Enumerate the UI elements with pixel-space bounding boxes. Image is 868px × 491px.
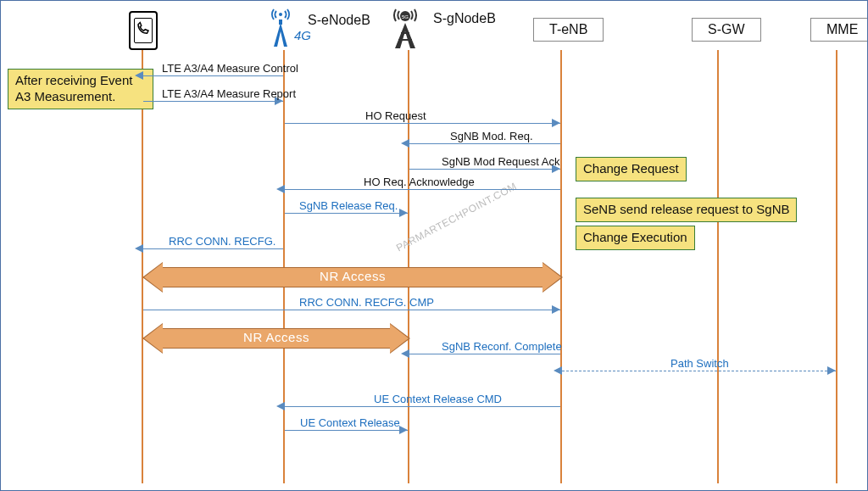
arrowhead-m13 — [399, 426, 408, 434]
msg-m4: SgNB Mod. Req. — [450, 130, 533, 142]
arrow-m6 — [285, 189, 560, 190]
senb-sublabel: 4G — [294, 28, 311, 42]
msg-m11: Path Switch — [670, 357, 729, 370]
arrowhead-m9 — [552, 305, 560, 314]
arrowhead-m8 — [135, 244, 143, 253]
mme-label: MME — [810, 18, 868, 42]
arrow-m10 — [409, 354, 560, 354]
arrow-m1 — [143, 75, 283, 76]
arrow-m13 — [285, 430, 408, 431]
note-senb-release: SeNB send release request to SgNB — [576, 198, 797, 222]
lifeline-sgw — [717, 50, 719, 483]
arrow-m5 — [409, 169, 560, 170]
msg-m9: RRC CONN. RECFG. CMP — [299, 296, 434, 309]
note-change-exec: Change Execution — [576, 226, 695, 250]
arrowhead-m4 — [401, 139, 409, 148]
tenb-label: T-eNB — [533, 18, 604, 42]
msg-m8: RRC CONN. RECFG. — [169, 235, 275, 248]
svg-point-1 — [279, 13, 282, 16]
senb-label: S-eNodeB — [308, 13, 370, 28]
arrow-m9 — [143, 310, 560, 310]
msg-m2: LTE A3/A4 Measure Report — [162, 87, 296, 100]
msg-m12: UE Context Release CMD — [374, 393, 502, 405]
nr2-label: NR Access — [163, 330, 390, 344]
arrowhead-m12 — [276, 402, 285, 410]
arrowhead-m6 — [276, 185, 285, 193]
note-a3: After receiving Event A3 Measurement. — [8, 69, 153, 109]
lifeline-mme — [836, 50, 837, 483]
watermark: PARMARTECHPOINT.COM — [394, 180, 519, 254]
tower-5g-icon: 5G — [387, 6, 430, 53]
nr-access-1: NR Access — [162, 267, 543, 287]
msg-m3: HO Request — [365, 109, 426, 122]
arrowhead-m3 — [552, 119, 560, 127]
arrow-m12 — [285, 406, 560, 407]
msg-m10: SgNB Reconf. Complete — [442, 340, 562, 353]
arrow-m7 — [285, 213, 408, 214]
arrow-m2 — [143, 101, 283, 102]
arrow-m8 — [143, 248, 283, 249]
sgnb-label: S-gNodeB — [433, 11, 496, 26]
msg-m6: HO Req. Acknowledge — [364, 176, 475, 188]
svg-rect-0 — [279, 20, 282, 25]
sgw-label: S-GW — [692, 18, 761, 42]
arrowhead-m1 — [135, 71, 143, 80]
nr-access-2: NR Access — [162, 328, 391, 349]
arrow-m3 — [285, 123, 560, 124]
msg-m1: LTE A3/A4 Measure Control — [162, 62, 298, 75]
note-change-req: Change Request — [576, 157, 687, 181]
nr1-label: NR Access — [163, 269, 542, 283]
arrowhead-m11-r — [827, 366, 836, 375]
msg-m13: UE Context Release — [300, 416, 400, 429]
arrow-m4 — [409, 143, 560, 144]
msg-m7: SgNB Release Req. — [299, 199, 398, 212]
msg-m5: SgNB Mod Request Ack — [442, 155, 559, 168]
arrowhead-m10 — [401, 349, 409, 358]
phone-icon — [129, 11, 158, 50]
arrowhead-m11-l — [554, 366, 562, 375]
arrowhead-m7 — [399, 209, 408, 217]
arrow-m11 — [562, 371, 836, 371]
svg-text:5G: 5G — [402, 14, 409, 20]
